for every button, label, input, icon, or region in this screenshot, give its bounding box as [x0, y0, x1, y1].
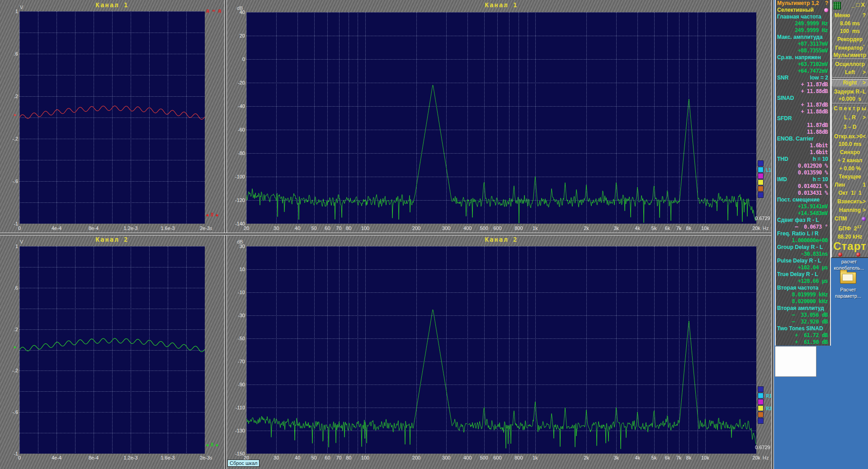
plot-spec-ch1[interactable] [246, 12, 756, 224]
menu-item-рекордер[interactable]: Рекордер [832, 36, 868, 44]
y-tick-label: -.6 [12, 409, 18, 415]
plot-time-ch2[interactable] [19, 246, 205, 454]
menu-item-синхро[interactable]: Синхро [832, 149, 868, 157]
x-tick-label: 50 [311, 225, 317, 231]
trace-start-marker-ch2[interactable]: ▶ [14, 345, 16, 349]
measurement-value: 1.000000e+00 [776, 237, 830, 244]
legend-swatch[interactable] [758, 160, 764, 166]
trace-start-marker-ch1[interactable]: ▶ [14, 113, 16, 117]
scale-control-glyphs-ch1[interactable]: ◀Л◆ [206, 212, 221, 217]
measurement-value: 1.6bit [776, 149, 830, 156]
plot-time-ch1[interactable] [19, 11, 205, 224]
menu-item-текущее[interactable]: Текущее [832, 174, 868, 181]
menu-item-l-r[interactable]: L , R> [832, 114, 868, 122]
folder-icon[interactable] [840, 272, 856, 284]
x-tick-label: 5k [651, 455, 657, 460]
menu-item-8-06-ms[interactable]: 8.06 ms [832, 20, 868, 28]
measurement-value: +102.04 µs [776, 264, 830, 271]
reset-scales-tooltip: Сброс шкал [227, 460, 259, 467]
x-tick-label: 4e-4 [52, 455, 61, 460]
legend-swatch[interactable] [758, 399, 764, 405]
menu-item-100-ms[interactable]: 100 ms [832, 28, 868, 36]
measurement-label: SINAD [776, 95, 830, 102]
menu-item-спм[interactable]: СПМ [832, 216, 868, 223]
menu-item-hanning[interactable]: Hanning> [832, 207, 868, 215]
x-tick-label: 40 [295, 225, 300, 231]
menu-separator [832, 59, 868, 60]
menu-item-left[interactable]: Left> [832, 69, 868, 77]
menu-item-100-0-ms[interactable]: 100.0 ms [832, 141, 868, 149]
window-right-edge [771, 0, 774, 469]
legend-swatch[interactable] [758, 386, 764, 392]
y-tick-label: -20 [238, 80, 245, 85]
menu-separator [832, 103, 868, 104]
yaxis-unit-ch2-time: V [20, 239, 23, 244]
mode-led [824, 8, 828, 12]
close-button[interactable]: X [861, 1, 866, 8]
menu-item-с-п-е-к-т-р-ы[interactable]: С п е к т р ы [832, 105, 868, 113]
menu-item-откр-вх-0-[interactable]: Откр.вх.>0< [832, 133, 868, 141]
measurement-label: Ср.кв. напряжен [776, 54, 830, 61]
cursor-value-readout: 0.6729 [755, 445, 770, 450]
menu-panel: _□X Меню?8.06 ms100 msРекордерГенератор°… [831, 0, 868, 258]
multimeter-panel: Мультиметр 1,2?СелективныйГлавная частот… [775, 0, 831, 346]
x-tick-label: 2e-3 [200, 455, 210, 460]
measurement-label: Сдвиг фаз R - L [776, 217, 830, 224]
x-tick-label: 4e-4 [52, 225, 61, 231]
x-tick-label: 10k [701, 455, 709, 460]
menu-item-генератор[interactable]: Генератор° [832, 44, 868, 52]
cursor-value-readout: 0.6729 [755, 216, 770, 221]
status-led [838, 253, 842, 257]
menu-item-старт[interactable]: Старт [832, 240, 868, 252]
y-tick-label: .6 [14, 285, 18, 291]
y-tick-label: -10 [238, 290, 245, 295]
legend-swatch[interactable] [758, 186, 764, 192]
x-tick-label: 80 [346, 225, 351, 231]
measurement-label: Макс. амплитуда [776, 34, 830, 41]
y-tick-label: -130 [235, 428, 245, 433]
maximize-button[interactable]: □ [856, 1, 861, 8]
menu-item--0-00-[interactable]: + 0.00 % [832, 165, 868, 173]
legend-swatch[interactable] [758, 192, 764, 198]
x-tick-label: 8k [686, 225, 692, 231]
x-tick-label: 70 [336, 455, 341, 460]
legend-swatch[interactable] [758, 167, 764, 173]
menu-item--0-000-s[interactable]: +0.000 s [832, 96, 868, 103]
desktop-icon-label-kolebatel[interactable]: расчет колебатель... [829, 258, 868, 271]
menu-item--2-канал[interactable]: + 2 канал [832, 157, 868, 165]
measurement-value: + 11.87dB [776, 102, 830, 108]
x-tick-label: 200 [412, 455, 420, 460]
x-tick-label: 6k [665, 225, 670, 231]
menu-item-бпф-2[interactable]: БПФ 217 [832, 225, 868, 232]
measurement-value: +88.7355mV [776, 47, 830, 54]
menu-item-осциллогр[interactable]: Осциллогр [832, 61, 868, 69]
measurement-value: – 33.056 dB [776, 312, 830, 319]
legend-swatch[interactable] [758, 173, 764, 179]
menu-item-лин[interactable]: Лин1 [832, 182, 868, 189]
menu-item-задерж-r-l[interactable]: Задерж R–L [832, 89, 868, 96]
x-tick-label: 300 [442, 455, 450, 460]
y-tick-label: -.2 [12, 136, 18, 141]
legend-swatch[interactable] [758, 412, 764, 417]
background-window[interactable] [775, 346, 816, 377]
plot-spec-ch2[interactable] [246, 246, 756, 454]
legend-swatch[interactable] [758, 405, 764, 411]
measurement-value: 1.6bit [776, 142, 830, 149]
x-tick-label: 8e-4 [89, 455, 99, 460]
menu-item-меню[interactable]: Меню? [832, 12, 868, 20]
scale-control-glyphs-ch2[interactable]: ◀Л◆ [206, 442, 221, 447]
measurement-label: IMDh = 10 [776, 176, 830, 183]
legend-swatch[interactable] [758, 418, 764, 424]
menu-item-взвесить[interactable]: Взвесить> [832, 198, 868, 206]
menu-item-3-d[interactable]: 3 – D [832, 124, 868, 131]
desktop-icon-label-raschet[interactable]: Расчет параметр... [828, 286, 868, 299]
legend-swatch[interactable] [758, 393, 764, 399]
menu-item-right[interactable]: Right> [832, 79, 868, 87]
x-tick-label: 50 [311, 455, 317, 460]
minimize-button[interactable]: _ [851, 1, 856, 8]
menu-item-окт-1-1[interactable]: Окт 1/ 1 [832, 190, 868, 197]
panel-divider-horizontal[interactable] [0, 233, 774, 235]
x-tick-label: 30 [274, 455, 279, 460]
measurement-value: – 32.920 dB [776, 319, 830, 325]
legend-swatch[interactable] [758, 179, 764, 185]
